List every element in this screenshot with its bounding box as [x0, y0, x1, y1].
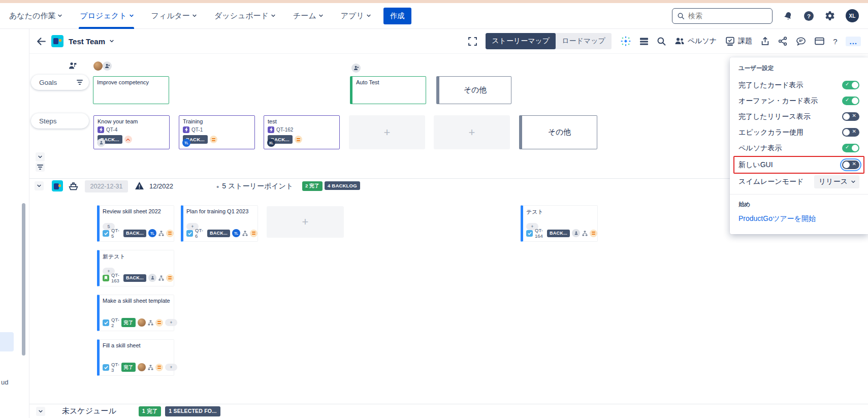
add-step-placeholder[interactable]: +: [349, 115, 425, 149]
release-date-input[interactable]: [85, 180, 128, 192]
setting-show-done-releases: 完了したリリース表示 ✕: [738, 109, 859, 124]
add-persona-icon[interactable]: [351, 63, 361, 73]
setting-use-epic-colors: エピックカラー使用 ✕: [738, 124, 859, 140]
assignee-avatar: [97, 139, 105, 147]
add-field-pill[interactable]: +: [165, 364, 177, 371]
toggle-show-done-releases[interactable]: ✕: [842, 112, 859, 121]
release-month: 12/2022: [149, 182, 173, 190]
unscheduled-collapse-button[interactable]: [36, 407, 45, 416]
nav-teams[interactable]: チーム: [293, 3, 323, 29]
export-icon[interactable]: [761, 37, 769, 46]
project-title: Test Team: [69, 37, 105, 46]
filter-button[interactable]: [36, 163, 45, 172]
settings-gear-icon[interactable]: [825, 11, 835, 21]
settings-header: ユーザー設定: [738, 65, 859, 72]
tab-storymap[interactable]: ストーリーマップ: [486, 33, 556, 49]
status-badge: BACK...: [123, 274, 146, 282]
nav-dashboards[interactable]: ダッシュボード: [214, 3, 275, 29]
card-title: テスト: [526, 208, 594, 216]
goal-card[interactable]: Improve competency: [93, 76, 169, 104]
nav-your-work[interactable]: あなたの作業: [9, 3, 61, 29]
story-card[interactable]: 新テスト + QT-163 BACK...: [97, 250, 174, 286]
step-other-card[interactable]: その他: [519, 115, 597, 149]
status-badge: BACK...: [547, 230, 570, 237]
help-question[interactable]: ?: [833, 37, 837, 46]
release-collapse-button[interactable]: [35, 181, 44, 190]
card-title: Know your team: [98, 118, 138, 124]
sidebar-item-fragment[interactable]: [0, 332, 14, 351]
goals-row-pill[interactable]: Goals: [31, 75, 89, 90]
toggle-show-done-cards[interactable]: ✓: [842, 81, 859, 89]
search-input[interactable]: [688, 12, 759, 20]
card-layout-icon[interactable]: [815, 37, 824, 45]
card-title: test: [268, 118, 277, 124]
more-menu-button[interactable]: ...: [846, 37, 861, 46]
step-card[interactable]: Know your team QT-4 BACK...: [93, 115, 170, 149]
priority-medium-icon: [590, 230, 597, 237]
priority-medium-icon: [295, 136, 302, 143]
story-card[interactable]: Plan for training Q1 2023 + QT-6 BACK...…: [181, 205, 258, 242]
chevron-down-icon: [58, 13, 62, 17]
epic-icon: [183, 126, 189, 133]
step-card[interactable]: Training QT-1 BACK... TL: [179, 115, 255, 149]
card-title: Training: [183, 118, 203, 124]
swimlane-value: リリース: [819, 177, 848, 186]
view-switcher: ストーリーマップ ロードマップ: [486, 33, 612, 49]
task-icon: [103, 230, 109, 237]
setting-show-orphan-cards: オーファン・カード表示 ✓: [738, 93, 859, 109]
done-count-badge: 2 完了: [302, 181, 323, 191]
add-field-pill[interactable]: +: [165, 319, 177, 326]
chevron-down-icon[interactable]: [110, 38, 114, 42]
nav-projects[interactable]: プロジェクト: [80, 3, 133, 29]
story-card[interactable]: Review skill sheet 2022 5 QT-5 BACK... T…: [97, 205, 174, 242]
issue-key: QT-163: [111, 272, 121, 283]
feedback-icon[interactable]: [796, 37, 806, 46]
chevron-down-icon: [318, 13, 323, 17]
steps-row-pill[interactable]: Steps: [31, 113, 89, 128]
story-card[interactable]: テスト + QT-164 BACK...: [521, 205, 598, 242]
chevron-down-icon: [851, 179, 855, 183]
filter-icon[interactable]: [77, 80, 83, 85]
toggle-show-personas[interactable]: ✓: [842, 144, 859, 152]
persona-avatar[interactable]: [93, 61, 103, 71]
priority-medium-icon: [166, 274, 174, 282]
priority-highest-icon: [124, 136, 132, 143]
create-button[interactable]: 作成: [383, 8, 411, 24]
notifications-bell-icon[interactable]: [783, 11, 793, 21]
add-step-placeholder[interactable]: +: [434, 115, 510, 149]
persona-label: ペルソナ: [688, 37, 717, 46]
toggle-use-epic-colors[interactable]: ✕: [842, 128, 859, 137]
setting-show-done-cards: 完了したカード表示 ✓: [738, 77, 859, 93]
back-arrow-icon[interactable]: [37, 37, 46, 46]
collapse-chevron-button[interactable]: [36, 152, 45, 162]
sparkle-ai-icon[interactable]: [620, 36, 631, 47]
toggle-show-orphan-cards[interactable]: ✓: [842, 97, 859, 105]
user-avatar[interactable]: XL: [846, 9, 859, 22]
swimlane-list-icon[interactable]: [640, 38, 648, 45]
nav-label: ダッシュボード: [214, 11, 269, 21]
subtask-tree-icon: [148, 320, 153, 326]
scrollbar[interactable]: [22, 203, 25, 356]
nav-filters[interactable]: フィルター: [151, 3, 196, 29]
add-story-placeholder[interactable]: +: [267, 206, 344, 238]
story-card[interactable]: Make a skill sheet template QT-2 完了 +: [97, 295, 174, 331]
goal-other-card[interactable]: その他: [436, 76, 511, 104]
persona-button[interactable]: ペルソナ: [674, 37, 717, 46]
step-card[interactable]: test QT-162 BACK... XL: [264, 115, 340, 149]
tab-roadmap[interactable]: ロードマップ: [556, 33, 612, 49]
global-search[interactable]: [672, 8, 773, 24]
swimlane-mode-select[interactable]: リリース: [814, 175, 859, 188]
unscheduled-row: 未スケジュール 1 完了 1 SELECTED FO...: [29, 404, 868, 418]
nav-apps[interactable]: アプリ: [341, 3, 370, 29]
product-tour-link[interactable]: ProductGoツアーを開始: [738, 214, 859, 223]
selected-count-badge: 1 SELECTED FO...: [165, 406, 220, 416]
goal-card[interactable]: Auto Test: [350, 76, 426, 104]
help-icon[interactable]: ?: [803, 11, 814, 21]
share-icon[interactable]: [778, 37, 787, 46]
add-persona-icon[interactable]: [103, 61, 112, 71]
story-card[interactable]: Fill a skill sheet QT-3 完了 +: [97, 339, 174, 376]
toggle-new-gui[interactable]: ✕: [842, 160, 859, 169]
issues-button[interactable]: 課題: [725, 37, 752, 46]
fullscreen-icon[interactable]: [468, 37, 477, 46]
board-search-icon[interactable]: [657, 37, 666, 46]
